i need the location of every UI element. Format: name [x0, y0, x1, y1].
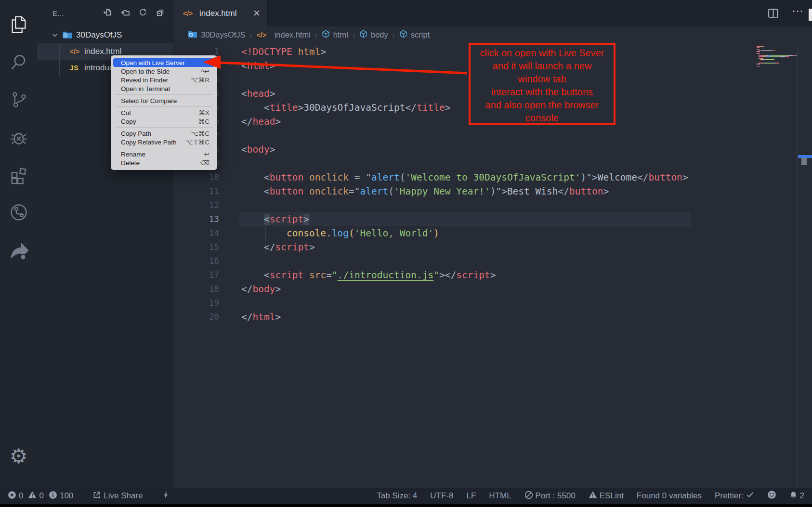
menu-item-copy-relative-path[interactable]: Copy Relative Path⌥⇧⌘C: [113, 138, 215, 146]
editor-scrollbar[interactable]: [798, 47, 812, 488]
activity-bar-live-share-icon[interactable]: [0, 231, 37, 269]
split-editor-icon[interactable]: [767, 7, 779, 19]
status-item-prettier-[interactable]: Prettier:: [715, 491, 754, 501]
code-line-15: </script>: [241, 240, 315, 254]
menu-separator: [116, 148, 212, 148]
status-item-live-share[interactable]: Live Share: [92, 491, 143, 502]
activity-bar-debug-icon[interactable]: [0, 118, 37, 156]
line-number: 10: [190, 170, 219, 184]
annotation-text: and it will launch a new: [471, 60, 614, 73]
activity-bar-explorer-icon[interactable]: [0, 6, 37, 43]
menu-item-copy-path[interactable]: Copy Path⌥⌘C: [113, 129, 215, 138]
code-line-2: <html>: [241, 59, 275, 73]
status-item-label: 100: [60, 491, 73, 501]
window-bottom-strip: [0, 504, 812, 507]
activity-bar-settings-gear-icon[interactable]: ⚙: [0, 438, 37, 475]
status-bar: 00100Live Share Tab Size: 4UTF-8LFHTMLPo…: [0, 488, 812, 504]
line-number: 15: [190, 240, 219, 254]
explorer-title: E...: [52, 9, 64, 17]
status-item-bolt-icon[interactable]: [162, 491, 170, 502]
status-item-found-0-variables[interactable]: Found 0 variables: [637, 491, 702, 501]
code-line-6: </head>: [241, 115, 281, 129]
warning-icon: [28, 491, 37, 502]
status-item-smiley-icon[interactable]: [767, 490, 776, 502]
scrollbar-thumb[interactable]: [801, 158, 807, 165]
menu-item-open-in-terminal[interactable]: Open in Terminal: [113, 84, 215, 93]
menu-item-open-to-the-side[interactable]: Open to the Side^↩: [113, 67, 215, 76]
folder-section-header[interactable]: 30DaysOfJS: [37, 26, 173, 43]
menu-item-shortcut: ⌥⌘C: [191, 130, 210, 137]
code-line-17: <script src="./introduction.js"></script…: [241, 268, 496, 282]
status-item-port-5500[interactable]: Port : 5500: [524, 491, 576, 502]
status-item-2[interactable]: 2: [789, 491, 804, 502]
code-line-4: <head>: [241, 87, 275, 101]
status-item-html[interactable]: HTML: [489, 491, 511, 501]
folder-name: 30DaysOfJS: [76, 30, 122, 40]
menu-item-reveal-in-finder[interactable]: Reveal in Finder⌥⌘R: [113, 76, 215, 84]
menu-item-delete[interactable]: Delete⌫: [113, 158, 215, 167]
menu-item-label: Copy Relative Path: [121, 139, 177, 146]
scrollbar-top-sliver: [809, 9, 812, 21]
menu-item-copy[interactable]: Copy⌘C: [113, 117, 215, 126]
menu-item-label: Delete: [121, 159, 140, 167]
menu-item-open-with-live-server[interactable]: Open with Live Server: [113, 58, 215, 67]
status-item-100[interactable]: 100: [49, 491, 73, 502]
refresh-icon[interactable]: [139, 8, 147, 18]
menu-item-label: Cut: [121, 109, 131, 117]
status-item-lf[interactable]: LF: [466, 491, 476, 501]
menu-item-rename[interactable]: Rename↩: [113, 150, 215, 158]
annotation-text: console: [471, 112, 614, 125]
more-actions-icon[interactable]: ⋯: [792, 11, 804, 16]
status-bar-right: Tab Size: 4UTF-8LFHTMLPort : 5500ESLintF…: [377, 490, 804, 502]
status-item-0[interactable]: 0: [8, 491, 23, 502]
file-name: index.html: [84, 47, 121, 56]
status-item-eslint[interactable]: ESLint: [589, 491, 624, 502]
vscode-window: ⚙ E... 30DaysOfJS </>index.htmlJSintrodu…: [0, 0, 812, 507]
new-file-icon[interactable]: [104, 8, 112, 18]
bell-icon: [789, 491, 798, 502]
status-item-0[interactable]: 0: [28, 491, 43, 502]
export-icon: [92, 491, 101, 502]
info-icon: [49, 491, 57, 502]
code-line-8: <body>: [241, 143, 275, 156]
menu-separator: [116, 127, 212, 128]
collapse-folders-icon[interactable]: [156, 8, 164, 18]
menu-item-select-for-compare[interactable]: Select for Compare: [113, 96, 215, 105]
code-line-10: <button onclick = "alert('Welcome to 30D…: [241, 170, 688, 184]
minimap[interactable]: [757, 46, 798, 67]
status-item-tab-size-4[interactable]: Tab Size: 4: [377, 491, 417, 501]
line-number: 16: [190, 254, 219, 268]
menu-item-cut[interactable]: Cut⌘X: [113, 108, 215, 117]
status-item-label: Live Share: [104, 491, 143, 501]
line-number: 13: [190, 212, 219, 226]
activity-bar-extensions-icon[interactable]: [0, 156, 37, 194]
context-menu: Open with Live ServerOpen to the Side^↩R…: [111, 55, 217, 170]
folder-icon: [62, 31, 72, 39]
annotation-box: click on open with Live Severand it will…: [469, 43, 616, 125]
status-item-label: 0: [39, 491, 43, 501]
activity-bar-search-icon[interactable]: [0, 43, 37, 81]
status-item-label: LF: [466, 491, 476, 501]
settings-gear-icon: ⚙: [10, 446, 28, 467]
status-item-label: ESLint: [600, 491, 624, 501]
status-item-label: Port : 5500: [536, 491, 576, 501]
error-icon: [8, 491, 16, 502]
menu-item-label: Select for Compare: [121, 97, 177, 104]
menu-separator: [116, 106, 212, 107]
menu-item-label: Open in Terminal: [121, 85, 170, 92]
bolt-icon: [162, 491, 170, 502]
annotation-text: interact with the buttons: [471, 86, 614, 99]
activity-bar-circle-branch-icon[interactable]: [0, 194, 37, 231]
menu-item-label: Copy Path: [121, 130, 151, 137]
activity-bar-source-control-icon[interactable]: [0, 81, 37, 118]
menu-item-shortcut: ⌫: [200, 159, 210, 167]
annotation-text: and also open the browser: [471, 99, 614, 112]
line-number: 18: [190, 282, 219, 296]
line-number: 11: [190, 184, 219, 198]
menu-item-label: Rename: [121, 151, 145, 158]
chevron-down-icon: [52, 32, 58, 39]
code-line-11: <button onclick="alert('Happy New Year!'…: [241, 184, 609, 198]
menu-item-shortcut: ⌘C: [198, 117, 210, 125]
status-item-utf-8[interactable]: UTF-8: [430, 491, 453, 501]
new-folder-icon[interactable]: [121, 8, 130, 18]
